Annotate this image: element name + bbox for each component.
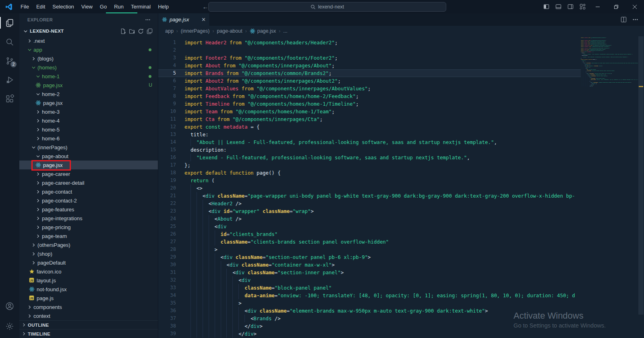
outline-section-header[interactable]: OUTLINE	[19, 320, 158, 329]
menu-view[interactable]: View	[78, 0, 96, 13]
tree-folder-pagedefault[interactable]: pageDefault	[19, 258, 158, 267]
tree-folder-components[interactable]: components	[19, 303, 158, 311]
menu-help[interactable]: Help	[154, 0, 172, 13]
minimize-button[interactable]	[588, 0, 607, 13]
tree-folder--innerpages-[interactable]: (innerPages)	[19, 143, 158, 152]
breadcrumb-item[interactable]: page.jsx	[250, 28, 276, 34]
activity-accounts[interactable]	[0, 296, 19, 316]
code-line-22[interactable]: 22 <Header2 />	[158, 200, 581, 207]
tree-folder-page-career[interactable]: page-career	[19, 169, 158, 178]
code-line-3[interactable]: 3import Footer2 from "@/components/foote…	[158, 54, 581, 62]
activity-run-and-debug[interactable]	[0, 70, 19, 89]
code-line-31[interactable]: 31 <div className="section-inner panel">	[158, 269, 581, 276]
code-line-8[interactable]: 8import Feedback from "@/components/home…	[158, 92, 581, 100]
tree-folder-page-about[interactable]: page-about	[19, 152, 158, 161]
maximize-restore-button[interactable]	[607, 0, 625, 13]
code-line-7[interactable]: 7import AboutValues from "@/components/i…	[158, 85, 581, 92]
menu-go[interactable]: Go	[96, 0, 110, 13]
code-line-12[interactable]: 12export const metadata = {	[158, 123, 581, 131]
explorer-more-actions-icon[interactable]	[143, 16, 152, 24]
minimap[interactable]: import Header2 from "@/components/header…	[581, 36, 638, 338]
new-folder-icon[interactable]	[127, 27, 136, 35]
tab-page-jsx[interactable]: page.jsx ✕	[158, 13, 210, 26]
tree-file-page-jsx[interactable]: page.jsx	[19, 161, 158, 169]
code-line-4[interactable]: 4import About from "@/components/innerpa…	[158, 62, 581, 69]
code-line-5[interactable]: 5import Brands from "@/components/common…	[158, 69, 581, 77]
tree-folder-page-contact[interactable]: page-contact	[19, 187, 158, 196]
scrollbar-thumb[interactable]	[638, 36, 644, 315]
code-editor[interactable]: 1import Header2 from "@/components/heade…	[158, 36, 581, 338]
vertical-scrollbar[interactable]	[638, 36, 644, 338]
tree-folder-page-integrations[interactable]: page-integrations	[19, 214, 158, 223]
toggle-primary-sidebar-icon[interactable]	[540, 0, 552, 13]
code-line-37[interactable]: 37 <Brands />	[158, 315, 581, 322]
menu-run[interactable]: Run	[110, 0, 127, 13]
tree-folder-home-5[interactable]: home-5	[19, 125, 158, 134]
close-window-button[interactable]	[625, 0, 644, 13]
customize-layout-icon[interactable]	[576, 0, 588, 13]
code-line-9[interactable]: 9import Timeline from "@/components/home…	[158, 100, 581, 108]
tree-folder-home-4[interactable]: home-4	[19, 116, 158, 125]
tree-folder-home-2[interactable]: home-2	[19, 90, 158, 98]
code-line-32[interactable]: 32 <div	[158, 276, 581, 284]
breadcrumb-item[interactable]: ...	[283, 28, 287, 34]
menu-terminal[interactable]: Terminal	[127, 0, 154, 13]
activity-search[interactable]	[0, 32, 19, 51]
code-line-30[interactable]: 30 <div className="container max-w-xl">	[158, 261, 581, 269]
code-line-10[interactable]: 10import Team from "@/components/homes/h…	[158, 108, 581, 115]
split-editor-icon[interactable]	[621, 17, 627, 23]
tree-folder--shop-[interactable]: (shop)	[19, 249, 158, 258]
tree-folder--homes-[interactable]: (homes)	[19, 63, 158, 72]
code-line-21[interactable]: 21 <div className="page-wrapper uni-body…	[158, 192, 581, 200]
breadcrumb-item[interactable]: app	[165, 28, 174, 34]
tree-file-page-js[interactable]: JSpage.js	[19, 294, 158, 303]
close-tab-icon[interactable]: ✕	[201, 17, 206, 23]
code-line-26[interactable]: 26 id="clients_brands"	[158, 230, 581, 238]
code-line-29[interactable]: 29 <div className="section-outer panel p…	[158, 253, 581, 261]
code-line-25[interactable]: 25 <div	[158, 223, 581, 230]
menu-edit[interactable]: Edit	[33, 0, 49, 13]
code-line-13[interactable]: 13 title:	[158, 131, 581, 138]
code-line-28[interactable]: 28 >	[158, 246, 581, 253]
code-line-19[interactable]: 19 return (	[158, 177, 581, 184]
tree-folder-home-1[interactable]: home-1	[19, 72, 158, 81]
code-line-11[interactable]: 11import Cta from "@/components/innerpag…	[158, 115, 581, 123]
command-center-search[interactable]: lexend-next	[208, 2, 446, 12]
activity-extensions[interactable]	[0, 89, 19, 108]
code-line-14[interactable]: 14 "About || Lexend - Full-featured, pro…	[158, 138, 581, 146]
code-line-27[interactable]: 27 className="clients-brands section pan…	[158, 238, 581, 246]
code-line-34[interactable]: 34 data-anime="onview: -100; translateY:…	[158, 292, 581, 299]
collapse-folders-icon[interactable]	[145, 27, 154, 35]
tree-folder-page-team[interactable]: page-team	[19, 232, 158, 240]
code-line-15[interactable]: 15 description:	[158, 146, 581, 154]
activity-source-control[interactable]: 2	[0, 51, 19, 70]
tree-folder--next[interactable]: .next	[19, 36, 158, 45]
code-line-33[interactable]: 33 className="block-panel panel"	[158, 284, 581, 292]
tree-file-not-found-jsx[interactable]: not-found.jsx	[19, 285, 158, 294]
code-line-36[interactable]: 36 <div className="element-brands max-w-…	[158, 307, 581, 315]
tree-folder-page-contact-2[interactable]: page-contact-2	[19, 196, 158, 205]
code-line-24[interactable]: 24 <About />	[158, 215, 581, 223]
workspace-section-header[interactable]: LEXEND-NEXT	[19, 26, 158, 36]
menu-selection[interactable]: Selection	[49, 0, 77, 13]
refresh-icon[interactable]	[136, 27, 145, 35]
editor-more-actions-icon[interactable]	[632, 17, 638, 23]
tree-folder-page-features[interactable]: page-features	[19, 205, 158, 214]
breadcrumb-item[interactable]: page-about	[217, 28, 242, 34]
activity-explorer[interactable]	[0, 13, 19, 32]
tree-folder-home-3[interactable]: home-3	[19, 107, 158, 116]
code-line-6[interactable]: 6import About2 from "@/components/innerp…	[158, 77, 581, 85]
code-line-18[interactable]: 18export default function page() {	[158, 169, 581, 177]
code-line-20[interactable]: 20 <>	[158, 184, 581, 192]
code-line-1[interactable]: 1import Header2 from "@/components/heade…	[158, 39, 581, 46]
code-line-39[interactable]: 39 </div>	[158, 330, 581, 338]
breadcrumb-item[interactable]: (innerPages)	[181, 28, 210, 34]
code-line-16[interactable]: 16 "Lexend - Full-featured, professional…	[158, 154, 581, 161]
tree-file-page-jsx[interactable]: page.jsxU	[19, 81, 158, 90]
tree-folder-context[interactable]: context	[19, 311, 158, 320]
code-line-38[interactable]: 38 </div>	[158, 322, 581, 330]
toggle-secondary-sidebar-icon[interactable]	[564, 0, 576, 13]
menu-file[interactable]: File	[17, 0, 33, 13]
tree-file-layout-js[interactable]: JSlayout.js	[19, 276, 158, 285]
code-line-35[interactable]: 35 >	[158, 299, 581, 307]
